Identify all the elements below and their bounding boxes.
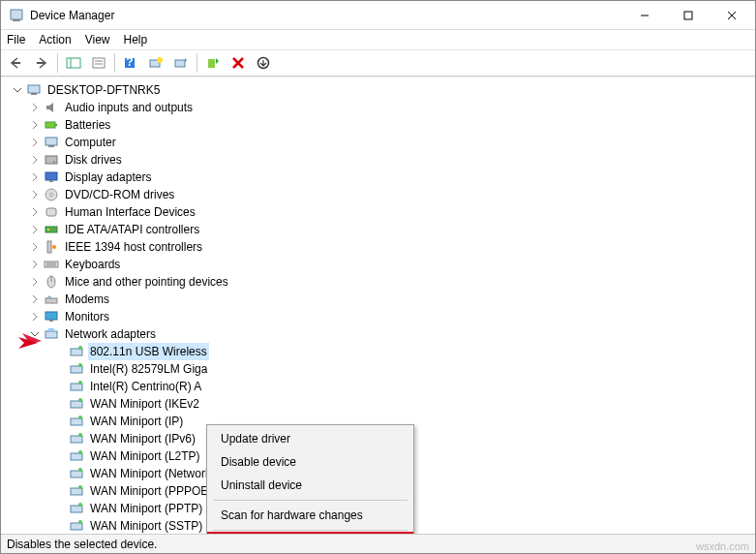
maximize-button[interactable] xyxy=(666,2,710,29)
uninstall-device-button[interactable] xyxy=(227,51,250,75)
expander-icon[interactable] xyxy=(28,223,42,236)
svg-point-54 xyxy=(78,381,82,385)
tree-device-label: WAN Miniport (L2TP) xyxy=(88,447,202,465)
expander-icon[interactable] xyxy=(28,327,42,341)
svg-rect-24 xyxy=(45,122,55,128)
svg-point-60 xyxy=(78,433,82,437)
svg-point-29 xyxy=(53,161,55,163)
svg-point-70 xyxy=(78,520,82,524)
titlebar: Device Manager xyxy=(1,1,755,30)
tree-category[interactable]: Batteries xyxy=(5,116,755,134)
menu-action[interactable]: Action xyxy=(39,33,71,46)
svg-rect-22 xyxy=(28,85,40,93)
svg-rect-59 xyxy=(71,436,82,443)
minimize-button[interactable] xyxy=(622,2,666,29)
computer-icon xyxy=(44,135,59,150)
disable-device-button[interactable] xyxy=(252,51,275,75)
menu-view[interactable]: View xyxy=(85,33,110,46)
show-hide-console-button[interactable] xyxy=(62,51,85,75)
tree-category[interactable]: Audio inputs and outputs xyxy=(5,99,755,116)
tree-category[interactable]: Mice and other pointing devices xyxy=(5,273,755,291)
expander-icon[interactable] xyxy=(28,275,42,289)
expander-icon[interactable] xyxy=(28,205,42,219)
menu-help[interactable]: Help xyxy=(124,33,148,46)
close-button[interactable] xyxy=(710,2,753,29)
svg-rect-31 xyxy=(49,180,53,182)
tree-category[interactable]: IDE ATA/ATAPI controllers xyxy=(5,221,755,238)
mouse-icon xyxy=(44,274,59,290)
tree-device[interactable]: WAN Miniport (IKEv2 xyxy=(5,395,755,413)
svg-rect-27 xyxy=(48,145,54,147)
battery-icon xyxy=(44,117,59,133)
tree-device[interactable]: 802.11n USB Wireless xyxy=(5,343,755,360)
monitor-icon xyxy=(44,309,59,324)
tree-device-label: 802.11n USB Wireless xyxy=(88,343,209,360)
tree-category[interactable]: DVD/CD-ROM drives xyxy=(5,186,755,203)
enable-device-button[interactable] xyxy=(201,51,225,75)
expander-icon[interactable] xyxy=(28,258,42,271)
tree-category[interactable]: Disk drives xyxy=(5,151,755,169)
svg-rect-57 xyxy=(71,418,82,425)
tree-category[interactable]: IEEE 1394 host controllers xyxy=(5,238,755,256)
expander-icon[interactable] xyxy=(28,118,42,132)
svg-rect-7 xyxy=(37,62,45,64)
ctx-scan-hardware[interactable]: Scan for hardware changes xyxy=(209,504,411,527)
tree-device-label: WAN Miniport (IKEv2 xyxy=(88,395,201,413)
separator xyxy=(197,53,197,73)
separator xyxy=(213,530,408,531)
expander-icon[interactable] xyxy=(28,153,42,167)
expander-icon[interactable] xyxy=(28,188,42,201)
ctx-disable-device[interactable]: Disable device xyxy=(209,450,411,474)
tree-category-label: Audio inputs and outputs xyxy=(63,99,195,116)
tree-category[interactable]: Computer xyxy=(5,134,755,151)
expander-icon[interactable] xyxy=(28,240,42,254)
menu-file[interactable]: File xyxy=(7,33,25,46)
ctx-update-driver[interactable]: Update driver xyxy=(209,427,411,450)
scan-hardware-button[interactable] xyxy=(144,51,167,75)
svg-point-38 xyxy=(52,245,56,249)
app-icon xyxy=(9,8,24,23)
expander-icon[interactable] xyxy=(28,136,42,149)
tree-category[interactable]: Modems xyxy=(5,291,755,308)
tree-device[interactable]: Intel(R) Centrino(R) A xyxy=(5,378,755,395)
network-adapter-icon xyxy=(69,483,84,499)
svg-rect-8 xyxy=(67,58,80,68)
network-adapter-icon xyxy=(69,431,84,446)
expander-icon[interactable] xyxy=(11,83,24,97)
svg-rect-6 xyxy=(12,62,20,64)
svg-rect-23 xyxy=(31,93,37,95)
svg-rect-34 xyxy=(46,208,56,216)
update-driver-button[interactable] xyxy=(169,51,193,75)
disk-icon xyxy=(44,152,59,168)
tree-device-label: WAN Miniport (SSTP) xyxy=(88,517,204,534)
tree-category[interactable]: Monitors xyxy=(5,308,755,325)
svg-rect-3 xyxy=(684,12,692,19)
expander-icon[interactable] xyxy=(28,310,42,323)
tree-category[interactable]: Keyboards xyxy=(5,256,755,273)
tree-category[interactable]: Human Interface Devices xyxy=(5,203,755,221)
tree-device-label: WAN Miniport (IP) xyxy=(88,413,185,430)
back-button[interactable] xyxy=(5,51,28,75)
tree-device-label: Intel(R) Centrino(R) A xyxy=(88,378,203,395)
svg-rect-44 xyxy=(45,298,57,303)
tree-category[interactable]: Network adapters xyxy=(5,325,755,343)
network-adapter-icon xyxy=(69,448,84,464)
display-icon xyxy=(44,169,59,185)
expander-icon[interactable] xyxy=(28,292,42,306)
forward-button[interactable] xyxy=(30,51,53,75)
svg-point-56 xyxy=(78,398,82,402)
properties-button[interactable] xyxy=(87,51,110,75)
expander-icon[interactable] xyxy=(28,170,42,184)
separator xyxy=(213,500,408,501)
ctx-uninstall-device[interactable]: Uninstall device xyxy=(209,474,411,497)
tree-device[interactable]: Intel(R) 82579LM Giga xyxy=(5,360,755,378)
expander-icon[interactable] xyxy=(28,101,42,114)
svg-rect-39 xyxy=(45,262,58,267)
svg-rect-25 xyxy=(55,124,57,126)
ide-icon xyxy=(44,222,59,237)
svg-rect-10 xyxy=(93,58,105,68)
help-button[interactable]: ? xyxy=(119,51,142,75)
tree-root[interactable]: DESKTOP-DFTNRK5 xyxy=(5,81,755,99)
tree-category[interactable]: Display adapters xyxy=(5,169,755,186)
svg-text:?: ? xyxy=(126,56,133,69)
